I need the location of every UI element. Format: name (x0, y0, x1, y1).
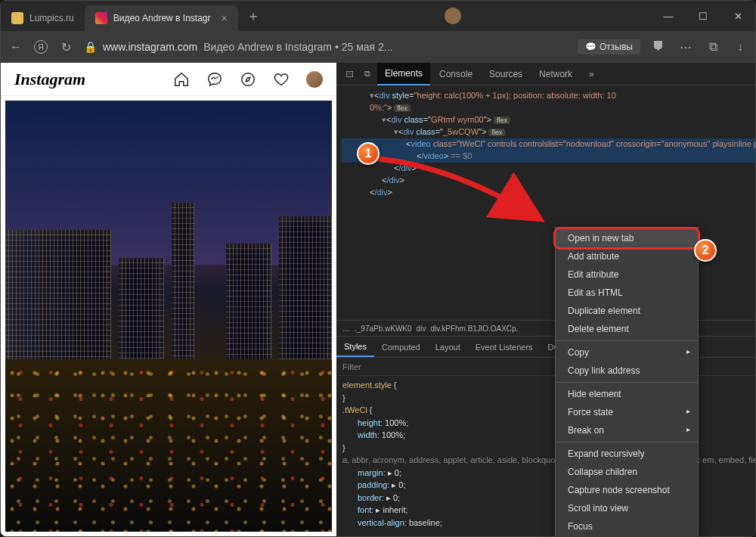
home-icon[interactable] (173, 71, 190, 88)
tab-more[interactable]: » (581, 64, 602, 85)
crumb[interactable]: div.kPFhm.B1JlO.OAXCp. (430, 324, 518, 333)
context-menu-item[interactable]: Capture node screenshot (556, 481, 698, 499)
context-menu-item[interactable]: Edit as HTML (556, 284, 698, 302)
page-instagram: Instagram (1, 63, 336, 537)
context-menu-item[interactable]: Expand recursively (556, 445, 698, 463)
styles-tab-styles[interactable]: Styles (336, 337, 374, 357)
styles-filter-input[interactable]: Filter (342, 362, 361, 371)
styles-tab-layout[interactable]: Layout (428, 338, 468, 356)
favicon-lumpics (11, 12, 23, 24)
instagram-video-poster[interactable] (5, 101, 332, 532)
menu-icon[interactable]: ⋯ (678, 39, 693, 54)
tab-title: Lumpics.ru (29, 13, 74, 23)
yandex-home-icon[interactable]: Я (34, 40, 48, 54)
crumb[interactable]: … (342, 324, 350, 333)
browser-tab-instagram[interactable]: Видео Andrew в Instagr × (85, 5, 238, 31)
tab-network[interactable]: Network (531, 64, 580, 85)
context-menu-item[interactable]: Add attribute (556, 247, 698, 265)
close-window-button[interactable]: ✕ (720, 1, 755, 31)
url-bar: ← Я ↻ 🔒 www.instagram.com Видео Andrew в… (1, 31, 755, 63)
explore-icon[interactable] (240, 71, 256, 88)
tab-console[interactable]: Console (432, 64, 480, 85)
context-menu-item[interactable]: Delete element (556, 320, 698, 338)
back-button[interactable]: ← (8, 39, 23, 54)
url-title: Видео Andrew в Instagram • 25 мая 2... (203, 41, 392, 53)
lock-icon: 🔒 (84, 41, 97, 53)
reload-button[interactable]: ↻ (58, 39, 73, 54)
context-menu-item[interactable]: Focus (556, 517, 698, 535)
styles-tab-listeners[interactable]: Event Listeners (468, 338, 541, 356)
maximize-button[interactable]: ☐ (686, 1, 720, 31)
instagram-header: Instagram (1, 63, 336, 96)
favicon-instagram (95, 12, 107, 24)
shield-icon[interactable]: ⛊ (651, 39, 666, 54)
crumb[interactable]: ._97aPb.wKWK0 (355, 324, 412, 333)
tab-elements[interactable]: Elements (377, 63, 430, 85)
context-menu-item[interactable]: Duplicate element (556, 302, 698, 320)
inspect-element-icon[interactable]: ⮹ (341, 66, 358, 82)
reviews-label: Отзывы (600, 42, 633, 52)
device-toolbar-icon[interactable]: ⧉ (359, 66, 376, 82)
devtools-tabbar: ⮹ ⧉ Elements Console Sources Network » ✖… (336, 63, 756, 85)
context-menu-item[interactable]: Copy link address (556, 362, 698, 380)
titlebar: Lumpics.ru Видео Andrew в Instagr × ＋ — … (1, 1, 755, 31)
callout-1: 1 (357, 142, 380, 165)
url-domain: www.instagram.com (103, 41, 197, 53)
collections-icon[interactable]: ⧉ (705, 39, 720, 54)
heart-icon[interactable] (273, 71, 290, 88)
close-tab-icon[interactable]: × (222, 12, 228, 24)
context-menu-item[interactable]: Force state (556, 403, 698, 421)
profile-avatar[interactable] (445, 8, 461, 24)
styles-tab-computed[interactable]: Computed (374, 338, 428, 356)
tab-sources[interactable]: Sources (482, 64, 530, 85)
context-menu-item[interactable]: Hide element (556, 385, 698, 403)
context-menu-item[interactable]: Scroll into view (556, 499, 698, 517)
context-menu-item[interactable]: Break on (556, 421, 698, 439)
svg-point-0 (242, 73, 255, 85)
user-avatar[interactable] (306, 71, 323, 88)
downloads-icon[interactable]: ↓ (733, 39, 748, 54)
reviews-button[interactable]: 💬 Отзывы (578, 39, 640, 54)
new-tab-button[interactable]: ＋ (243, 5, 264, 26)
address-field[interactable]: 🔒 www.instagram.com Видео Andrew в Insta… (84, 41, 567, 53)
window-controls: — ☐ ✕ (651, 1, 755, 31)
annotation-arrow (363, 144, 559, 242)
context-menu-item[interactable]: Copy (556, 343, 698, 362)
browser-tab-lumpics[interactable]: Lumpics.ru (1, 5, 85, 31)
context-menu-item[interactable]: Collapse children (556, 463, 698, 481)
context-menu-item[interactable]: Edit attribute (556, 265, 698, 284)
reviews-icon: 💬 (585, 42, 596, 52)
messenger-icon[interactable] (206, 71, 223, 88)
minimize-button[interactable]: — (651, 1, 686, 31)
context-menu-item[interactable]: Open in new tab (556, 229, 698, 247)
context-menu: Open in new tabAdd attributeEdit attribu… (555, 227, 699, 537)
tab-title: Видео Andrew в Instagr (113, 13, 211, 23)
crumb[interactable]: div (417, 324, 426, 333)
instagram-logo[interactable]: Instagram (14, 70, 156, 89)
callout-2: 2 (694, 239, 717, 262)
